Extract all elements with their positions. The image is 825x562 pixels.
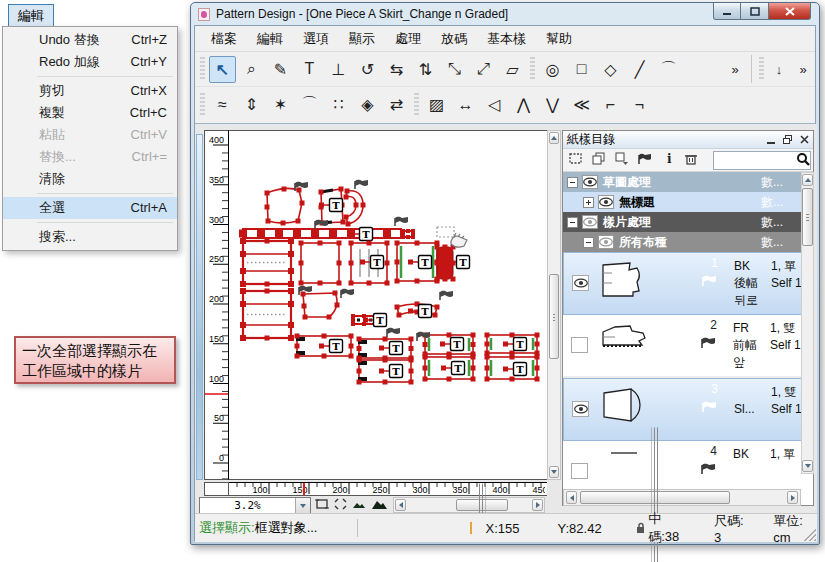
delete-icon[interactable]: [684, 152, 698, 168]
seam-allowance-tool[interactable]: ▨: [423, 91, 450, 118]
canvas-vscroll-thumb[interactable]: [549, 274, 559, 359]
toolbar-grip[interactable]: [414, 93, 419, 117]
maximize-button[interactable]: [741, 3, 768, 20]
scroll-right-button[interactable]: [532, 499, 543, 511]
copy-dropdown-icon[interactable]: [615, 152, 629, 168]
tree-eye-checkbox[interactable]: [582, 175, 598, 189]
circle-tool[interactable]: ◎: [539, 56, 566, 83]
dock-overflow[interactable]: »: [792, 56, 814, 83]
pleat-tool[interactable]: ⋁: [539, 91, 566, 118]
rectangle-tool[interactable]: □: [568, 56, 595, 83]
scale-tool[interactable]: ⤡: [441, 56, 468, 83]
search-icon[interactable]: [796, 152, 810, 169]
menu-編輯[interactable]: 編輯: [247, 27, 293, 51]
mirror-move-tool[interactable]: ⇄: [383, 91, 410, 118]
left-dock-strip[interactable]: [196, 134, 203, 480]
zoom-dropdown-button[interactable]: [295, 498, 310, 513]
menu-基本樣[interactable]: 基本樣: [477, 27, 536, 51]
rotate-tool[interactable]: ↺: [354, 56, 381, 83]
close-button[interactable]: [768, 3, 811, 20]
menu-選項[interactable]: 選項: [293, 27, 339, 51]
curve-tool[interactable]: ⌒: [655, 56, 682, 83]
tree-expander-icon[interactable]: [567, 217, 578, 228]
zoom-tool[interactable]: ⌕: [238, 56, 265, 83]
pattern-canvas[interactable]: TTTTTTTTTTTTTT: [229, 130, 547, 480]
menu-幫助[interactable]: 幫助: [536, 27, 582, 51]
notch-tool[interactable]: ◁: [481, 91, 508, 118]
panel-scroll-down[interactable]: [802, 460, 813, 472]
text-tool[interactable]: T: [296, 56, 323, 83]
spread-tool[interactable]: ≪: [568, 91, 595, 118]
zoom-combo[interactable]: 3.2%: [199, 497, 311, 514]
piece-row-1[interactable]: 1BK後幅뒤로1, 單Self 1: [563, 252, 813, 315]
scroll-up-button[interactable]: [549, 132, 559, 144]
move-x-tool[interactable]: ⇆: [383, 56, 410, 83]
menu-item-4[interactable]: 複製Ctrl+C: [3, 102, 177, 124]
smooth-line-tool[interactable]: ¬: [626, 91, 653, 118]
panel-hscrollbar[interactable]: [563, 489, 801, 506]
arc-adjust-tool[interactable]: ⌒: [296, 91, 323, 118]
fan-dart-tool[interactable]: ⋀: [510, 91, 537, 118]
polygon-tool[interactable]: ◇: [597, 56, 624, 83]
scroll-down-button[interactable]: [549, 466, 559, 478]
menu-item-0[interactable]: Undo 替換Ctrl+Z: [3, 29, 177, 51]
piece-visibility-checkbox[interactable]: [572, 401, 589, 417]
piece-row-2[interactable]: 2FR前幅앞1, 雙Self 1: [563, 315, 813, 378]
menu-item-7[interactable]: 清除: [3, 168, 177, 190]
shape-rotate-tool[interactable]: ◈: [354, 91, 381, 118]
dock-arrow-tool[interactable]: ↓: [768, 56, 790, 83]
piece-visibility-checkbox[interactable]: [571, 337, 588, 353]
toolbar-grip[interactable]: [200, 93, 205, 117]
panel-close-icon[interactable]: [800, 133, 809, 147]
tree-expander-icon[interactable]: [583, 197, 594, 208]
width-measure-tool[interactable]: ↔: [452, 91, 479, 118]
canvas-hscroll-thumb[interactable]: [456, 499, 508, 511]
point-move-tool[interactable]: ∷: [325, 91, 352, 118]
toolbar-grip[interactable]: [200, 57, 205, 81]
piece-visibility-checkbox[interactable]: [571, 463, 588, 479]
menu-item-11[interactable]: 搜索...: [3, 226, 177, 248]
fit-frame-icon[interactable]: [315, 498, 329, 513]
menu-item-1[interactable]: Redo 加線Ctrl+Y: [3, 51, 177, 73]
canvas-hscrollbar[interactable]: [393, 497, 545, 513]
canvas-vscrollbar[interactable]: [547, 130, 561, 480]
menu-item-5[interactable]: 粘貼Ctrl+V: [3, 124, 177, 146]
vertical-measure-tool[interactable]: ⇕: [238, 91, 265, 118]
dock-grip[interactable]: [759, 57, 764, 81]
search-box[interactable]: [713, 151, 811, 170]
zoom-in-mountain-icon[interactable]: [371, 498, 388, 514]
menu-item-3[interactable]: 剪切Ctrl+X: [3, 80, 177, 102]
scroll-left-button[interactable]: [395, 499, 406, 511]
panel-scroll-right[interactable]: [787, 491, 798, 504]
copy-icon[interactable]: [592, 152, 606, 168]
piece-row-3[interactable]: 3 Sl... 1, 雙Self 1: [563, 378, 813, 441]
zoom-extents-icon[interactable]: [334, 498, 347, 513]
tree-expander-icon[interactable]: [567, 177, 578, 188]
panel-restore-icon[interactable]: [783, 133, 792, 147]
select-tool[interactable]: ↖: [209, 56, 236, 83]
stretch-tool[interactable]: ⤢: [470, 56, 497, 83]
menu-檔案[interactable]: 檔案: [201, 27, 247, 51]
menu-放碼[interactable]: 放碼: [431, 27, 477, 51]
piece-visibility-checkbox[interactable]: [572, 275, 589, 291]
tree-expander-icon[interactable]: [583, 237, 594, 248]
menu-顯示[interactable]: 顯示: [339, 27, 385, 51]
dart-point-tool[interactable]: ✶: [267, 91, 294, 118]
sizing-grip[interactable]: [804, 529, 816, 541]
tree-row-樣片處理[interactable]: 樣片處理數...: [563, 212, 813, 232]
skew-tool[interactable]: ▱: [499, 56, 526, 83]
curve-adjust-tool[interactable]: ≈: [209, 91, 236, 118]
tree-row-所有布種[interactable]: 所有布種數...: [563, 232, 813, 252]
toolbar-grip[interactable]: [530, 57, 535, 81]
panel-hscroll-thumb[interactable]: [580, 491, 730, 504]
tree-eye-checkbox[interactable]: [582, 215, 598, 229]
toolbar-overflow[interactable]: »: [724, 56, 746, 83]
panel-scroll-up[interactable]: [802, 174, 813, 186]
search-input[interactable]: [714, 155, 796, 167]
new-selection-icon[interactable]: [569, 152, 583, 168]
corner-snap-tool[interactable]: ⊥: [325, 56, 352, 83]
panel-vscrollbar[interactable]: [801, 172, 814, 474]
line-tool[interactable]: ╱: [626, 56, 653, 83]
panel-vscroll-thumb[interactable]: [802, 188, 813, 246]
panel-header[interactable]: 紙樣目錄: [563, 131, 813, 149]
